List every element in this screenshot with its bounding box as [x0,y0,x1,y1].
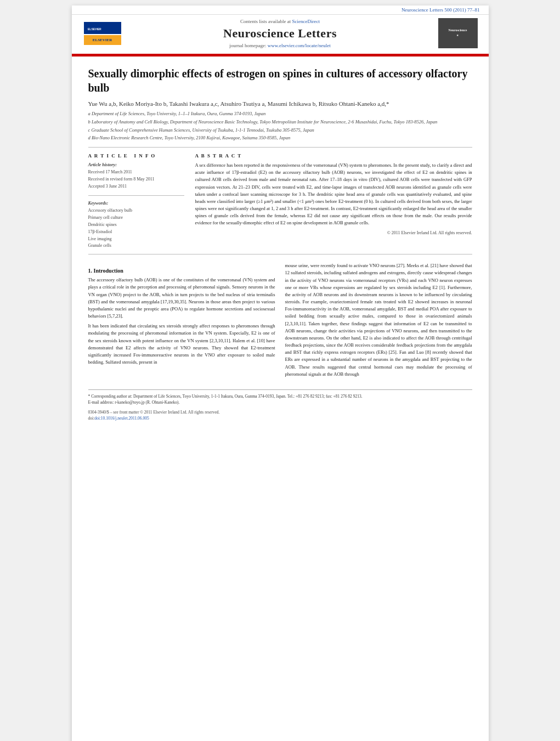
footnote-star: * Corresponding author at: Department of… [88,393,472,399]
article-main: 1. Introduction The accessory olfactory … [88,262,472,381]
history-label: Article history: [88,162,184,167]
abstract-heading: A B S T R A C T [195,153,472,159]
kw-6: Granule cells [88,242,184,250]
article-title: Sexually dimorphic effects of estrogen o… [88,66,472,95]
footnote-section: * Corresponding author at: Department of… [88,389,472,406]
article-info-column: A R T I C L E I N F O Article history: R… [88,153,184,250]
header-red-bar [72,54,489,55]
kw-1: Accessory olfactory bulb [88,207,184,214]
elsevier-logo-block: ELSEVIER ELSEVIER [81,22,125,45]
main-right-col: mouse urine, were recently found to acti… [285,262,472,381]
journal-logo-right: Neuroscience ★ [436,18,480,48]
doi-label: doi: [88,416,95,421]
keywords-label: Keywords: [88,200,184,206]
neuroscience-logo: Neuroscience ★ [438,18,478,48]
journal-header: Neuroscience Letters 500 (2011) 77–81 EL… [72,5,489,56]
article-history-block: Article history: Received 17 March 2011 … [88,162,184,190]
abstract-copyright: © 2011 Elsevier Ireland Ltd. All rights … [195,230,472,235]
abstract-text: A sex difference has been reported in th… [195,162,472,227]
info-abstract-columns: A R T I C L E I N F O Article history: R… [88,153,472,250]
doi-value[interactable]: doi:10.1016/j.neulet.2011.06.005 [94,416,149,421]
affiliation-d: d Bio-Nano Electronic Research Centre, T… [88,134,472,142]
revised-line: Received in revised form 8 May 2011 [88,176,184,183]
kw-3: Dendritic spines [88,222,184,229]
divider-1 [88,147,472,148]
journal-top-bar: Neuroscience Letters 500 (2011) 77–81 [72,5,489,15]
keyword-accessory-olfactory: Accessory olfactory bulb Primary cell cu… [88,207,184,250]
elsevier-label: ELSEVIER [93,38,112,42]
abstract-column: A B S T R A C T A sex difference has bee… [195,153,472,250]
footer-block: 0304-3940/$ – see front matter © 2011 El… [88,410,472,421]
kw-2: Primary cell culture [88,214,184,222]
homepage-url[interactable]: www.elsevier.com/locate/neulet [268,43,331,48]
contents-text: Contents lists available at [240,19,291,24]
intro-para1: The accessory olfactory bulb (AOB) is on… [88,276,275,320]
main-columns: 1. Introduction The accessory olfactory … [88,262,472,381]
article-body: Sexually dimorphic effects of estrogen o… [72,56,489,432]
right-col-para1: mouse urine, were recently found to acti… [285,262,472,378]
main-left-col: 1. Introduction The accessory olfactory … [88,262,275,381]
section1-title: 1. Introduction [88,268,275,274]
divider-3 [88,254,472,254]
footer-doi: doi:doi:10.1016/j.neulet.2011.06.005 [88,416,472,421]
divider-2 [88,195,184,196]
kw-4: 17β-Estradiol [88,229,184,236]
affiliation-a: a Department of Life Sciences, Toyo Univ… [88,110,472,117]
sciencedirect-link[interactable]: ScienceDirect [292,19,320,24]
affiliations-block: a Department of Life Sciences, Toyo Univ… [88,110,472,142]
intro-para2: It has been indicated that circulating s… [88,323,275,366]
journal-homepage-line: journal homepage: www.elsevier.com/locat… [125,43,436,48]
journal-title-block: Contents lists available at ScienceDirec… [125,19,436,48]
homepage-label: journal homepage: [229,43,266,48]
svg-text:ELSEVIER: ELSEVIER [88,27,101,31]
contents-available-line: Contents lists available at ScienceDirec… [125,19,436,24]
accepted-line: Accepted 3 June 2011 [88,183,184,190]
affiliation-b: b Laboratory of Anatomy and Cell Biology… [88,118,472,126]
keywords-block: Keywords: Accessory olfactory bulb Prima… [88,200,184,250]
footer-issn: 0304-3940/$ – see front matter © 2011 El… [88,410,472,415]
journal-volume-info: Neuroscience Letters 500 (2011) 77–81 [401,7,480,13]
journal-banner: ELSEVIER ELSEVIER Contents lists availab… [72,15,489,52]
footnote-email: E-mail address: r-kaneko@toyo.jp (R. Oht… [88,399,472,405]
journal-name: Neuroscience Letters [125,26,436,41]
affiliation-c: c Graduate School of Comprehensive Human… [88,127,472,134]
kw-5: Live imaging [88,236,184,243]
author-names: Yue Wu a,b, Keiko Moriya-Ito b, Takashi … [88,100,389,107]
authors-line: Yue Wu a,b, Keiko Moriya-Ito b, Takashi … [88,100,472,107]
article-info-heading: A R T I C L E I N F O [88,153,184,159]
received-line: Received 17 March 2011 [88,169,184,176]
